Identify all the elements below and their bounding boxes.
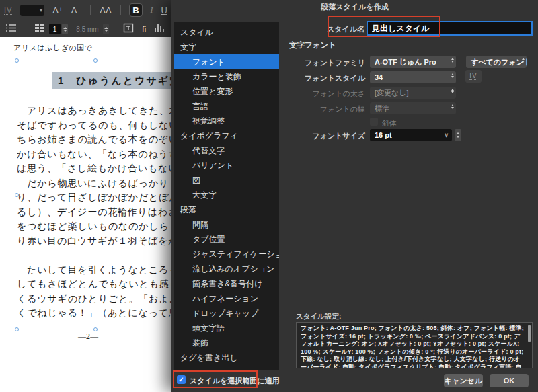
font-variant-icon[interactable]: IV: [4, 6, 12, 15]
font-size-label: フォントサイズ: [212, 131, 365, 141]
gutter-input[interactable]: 8.5 mm: [73, 24, 102, 34]
toolbar-divider: [90, 5, 91, 15]
style-name-label: スタイル名: [277, 24, 364, 34]
sidebar-item[interactable]: ドロップキャップ: [174, 306, 279, 321]
sidebar-item[interactable]: 間隔: [174, 217, 279, 232]
sidebar-item[interactable]: 大文字: [174, 188, 279, 202]
italic-button[interactable]: I: [150, 5, 153, 15]
body-line: り、だって日ざしぼかぼかだとぼんやりねむ: [17, 192, 171, 206]
font-size-value: 16 pt: [375, 131, 392, 139]
underline-button[interactable]: U: [161, 5, 167, 15]
body-line: は思う、「さし絵もかけ合いもないなんて。」: [17, 163, 171, 178]
body-line: してもさほどとんでもないとも感じないまま、: [17, 278, 171, 293]
font-weight-label: フォントの太さ: [212, 89, 365, 99]
text-frame-icon[interactable]: [123, 23, 134, 35]
page-number: —2—: [0, 331, 171, 342]
updown-arrows-icon: [451, 58, 454, 63]
toolbar-divider: [114, 24, 114, 34]
body-line: をつむほど楽しいものなのかしら——そこへ: [17, 221, 171, 235]
bullets-numbering-icon[interactable]: [5, 24, 17, 34]
body-line: [17, 249, 171, 264]
chevron-down-icon: ▾: [40, 7, 42, 13]
body-line: アリスはあっきあきしてきた、木かげで、お: [17, 105, 171, 120]
sidebar-item[interactable]: 段落: [174, 202, 279, 217]
toolbar-divider: [120, 5, 121, 15]
font-family-label: フォントファミリ: [212, 58, 365, 68]
style-settings-label: スタイル設定:: [296, 312, 341, 321]
scrollbar-thumb[interactable]: [528, 325, 531, 342]
sidebar-item[interactable]: 流し込みのオプション: [174, 262, 279, 276]
sidebar-item[interactable]: 代替文字: [174, 143, 279, 158]
font-family-dropdown[interactable]: A-OTF じゅん Pro: [370, 56, 456, 68]
sidebar-item[interactable]: 文字: [174, 40, 279, 54]
capitalization-button[interactable]: AA: [100, 5, 111, 15]
font-style-dropdown[interactable]: 34: [370, 71, 456, 83]
create-paragraph-style-dialog: 段落スタイルを作成 スタイル名 スタイル文字フォントカラーと装飾位置と変形言語視…: [171, 0, 538, 392]
style-name-input[interactable]: [367, 21, 533, 36]
body-line: るし）、デイジーの花輪作りはわざわざ立ち: [17, 206, 171, 221]
bold-button[interactable]: B: [129, 3, 143, 17]
font-weight-dropdown: [変更なし]: [370, 87, 456, 99]
updown-arrows-icon: [451, 73, 454, 78]
sidebar-item[interactable]: 頭文字語: [174, 321, 279, 336]
sidebar-item[interactable]: ジャスティフィケーション: [174, 247, 279, 262]
apply-to-selection-checkbox[interactable]: ✓: [177, 375, 186, 384]
updown-arrows-icon: [522, 58, 525, 63]
character-toolbar: IV ▾ A⁺ A⁻ AA B I U 1 8.5 mm: [0, 0, 171, 37]
updown-arrows-icon: [451, 104, 454, 109]
style-settings-text[interactable]: フォント: A-OTF Jun Pro; フォントの太さ: 505; 斜体: オ…: [296, 322, 533, 368]
toolbar-divider: [26, 24, 26, 34]
font-width-label: フォントの幅: [212, 104, 365, 114]
body-line: ちらお姉さまの読んでる本をのぞいてみても、: [17, 134, 171, 149]
sidebar-item[interactable]: 図: [174, 173, 279, 188]
body-text[interactable]: アリスはあっきあきしてきた、木かげで、おそばですわってるのも、何もしないでいるの…: [17, 105, 171, 322]
columns-count-input[interactable]: 1: [49, 24, 61, 34]
body-line: くるウサギのひとりごと。「およよ！ およ: [17, 293, 171, 308]
font-size-stepper[interactable]: [455, 129, 461, 141]
running-header: アリスはふしぎの国で: [13, 43, 92, 53]
ok-button[interactable]: OK: [490, 374, 529, 387]
columns-stepper[interactable]: [62, 24, 68, 34]
app-window: IV ▾ A⁺ A⁻ AA B I U 1 8.5 mm: [0, 0, 538, 392]
sidebar-item[interactable]: 箇条書き&番号付け: [174, 276, 279, 291]
body-line: そばですわってるのも、何もしないでいるの: [17, 120, 171, 134]
sidebar-item[interactable]: バリアント: [174, 158, 279, 173]
selected-heading[interactable]: 1 ひゅうんとウサギ穴へ: [52, 72, 171, 89]
document-page: アリスはふしぎの国で 1 ひゅうんとウサギ穴へ アリスはあっきあきしてきた、木か…: [0, 37, 171, 392]
histogram-icon[interactable]: [155, 24, 165, 34]
font-filter-value: すべてのフォント: [471, 58, 527, 66]
toolbar-row-1: IV ▾ A⁺ A⁻ AA B I U: [0, 1, 171, 19]
font-weight-value: [変更なし]: [375, 89, 409, 97]
font-width-dropdown: 標準: [370, 102, 456, 114]
font-style-label: フォントスタイル: [212, 73, 365, 83]
body-line: くでねじゃる！」（あとになって思い返すと、: [17, 307, 171, 322]
increase-font-size-button[interactable]: A⁺: [52, 5, 63, 15]
font-style-dropdown[interactable]: ▾: [20, 5, 44, 16]
italic-checkbox: [370, 118, 378, 126]
heading-text: 1 ひゅうんとウサギ穴へ: [52, 75, 171, 87]
decrease-font-size-button[interactable]: A⁻: [71, 5, 82, 15]
font-size-combo[interactable]: 16 pt ∨: [370, 129, 452, 141]
sidebar-item[interactable]: タブ位置: [174, 232, 279, 247]
font-width-value: 標準: [375, 104, 389, 112]
character-font-section-header: 文字フォント: [289, 40, 336, 50]
dialog-title: 段落スタイルを作成: [171, 2, 538, 12]
updown-arrows-icon: [451, 89, 454, 93]
body-line: かけ合いもない、「なら本のねうちって何、」: [17, 149, 171, 163]
font-filter-dropdown[interactable]: すべてのフォント: [466, 56, 527, 68]
sidebar-item[interactable]: ハイフネーション: [174, 291, 279, 306]
sidebar-item[interactable]: 視覚調整: [174, 114, 279, 128]
sidebar-item[interactable]: タグを書き出し: [174, 350, 279, 365]
body-line: だから物思いにふけるばっかり（といって: [17, 178, 171, 192]
frame-handle[interactable]: [93, 58, 98, 63]
sidebar-item[interactable]: 装飾: [174, 336, 279, 350]
italic-checkbox-label: 斜体: [382, 118, 422, 128]
chevron-down-icon: ∨: [444, 129, 449, 141]
font-style-value: 34: [375, 73, 383, 81]
gutter-stepper[interactable]: [103, 24, 109, 34]
font-variant-button[interactable]: IV: [465, 70, 482, 83]
cancel-button[interactable]: キャンセル: [444, 374, 483, 387]
sidebar-item[interactable]: スタイル: [174, 25, 279, 40]
ligature-button[interactable]: fi: [142, 24, 147, 34]
frame-handle[interactable]: [15, 58, 19, 63]
